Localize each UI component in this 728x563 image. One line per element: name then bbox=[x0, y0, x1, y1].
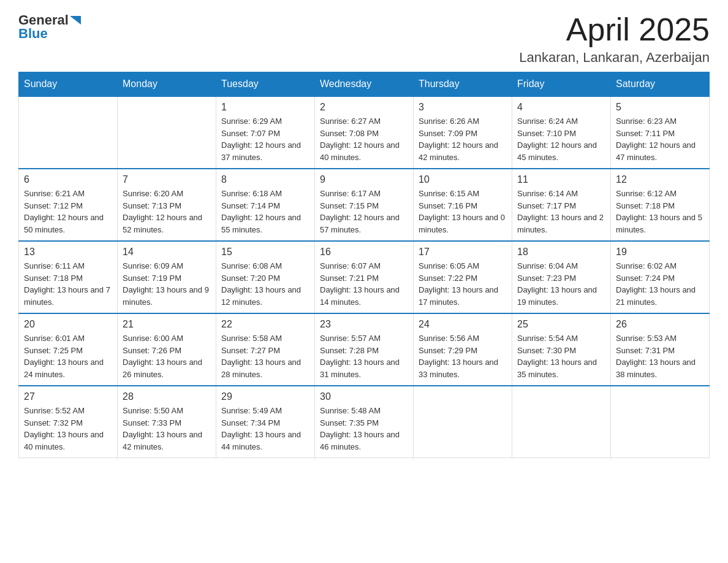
calendar-cell: 9Sunrise: 6:17 AMSunset: 7:15 PMDaylight… bbox=[315, 169, 414, 241]
day-number: 8 bbox=[221, 174, 309, 185]
weekday-header-saturday: Saturday bbox=[611, 72, 710, 97]
day-number: 6 bbox=[24, 174, 112, 185]
day-number: 7 bbox=[123, 174, 211, 185]
calendar-cell: 19Sunrise: 6:02 AMSunset: 7:24 PMDayligh… bbox=[611, 241, 710, 313]
calendar-cell: 14Sunrise: 6:09 AMSunset: 7:19 PMDayligh… bbox=[118, 241, 216, 313]
calendar-cell bbox=[512, 386, 611, 458]
calendar-cell bbox=[19, 96, 118, 169]
day-number: 28 bbox=[123, 391, 211, 402]
day-number: 13 bbox=[24, 247, 112, 258]
day-number: 9 bbox=[320, 174, 408, 185]
calendar-week-row: 27Sunrise: 5:52 AMSunset: 7:32 PMDayligh… bbox=[19, 386, 710, 458]
day-info: Sunrise: 6:11 AMSunset: 7:18 PMDaylight:… bbox=[24, 260, 112, 308]
weekday-header-sunday: Sunday bbox=[19, 72, 118, 97]
calendar-cell: 6Sunrise: 6:21 AMSunset: 7:12 PMDaylight… bbox=[19, 169, 118, 241]
calendar-cell: 26Sunrise: 5:53 AMSunset: 7:31 PMDayligh… bbox=[611, 313, 710, 386]
day-number: 15 bbox=[221, 247, 309, 258]
calendar-cell: 13Sunrise: 6:11 AMSunset: 7:18 PMDayligh… bbox=[19, 241, 118, 313]
calendar-cell: 7Sunrise: 6:20 AMSunset: 7:13 PMDaylight… bbox=[118, 169, 216, 241]
day-number: 25 bbox=[517, 319, 605, 330]
weekday-header-monday: Monday bbox=[118, 72, 216, 97]
day-number: 2 bbox=[320, 102, 408, 113]
calendar-cell: 27Sunrise: 5:52 AMSunset: 7:32 PMDayligh… bbox=[19, 386, 118, 458]
calendar-cell: 16Sunrise: 6:07 AMSunset: 7:21 PMDayligh… bbox=[315, 241, 414, 313]
day-number: 24 bbox=[419, 319, 507, 330]
calendar-cell: 4Sunrise: 6:24 AMSunset: 7:10 PMDaylight… bbox=[512, 96, 611, 169]
day-number: 14 bbox=[123, 247, 211, 258]
day-number: 21 bbox=[123, 319, 211, 330]
day-info: Sunrise: 6:27 AMSunset: 7:08 PMDaylight:… bbox=[320, 115, 408, 163]
day-number: 5 bbox=[616, 102, 704, 113]
day-info: Sunrise: 6:23 AMSunset: 7:11 PMDaylight:… bbox=[616, 115, 704, 163]
calendar-cell: 2Sunrise: 6:27 AMSunset: 7:08 PMDaylight… bbox=[315, 96, 414, 169]
calendar-table: SundayMondayTuesdayWednesdayThursdayFrid… bbox=[18, 72, 710, 458]
day-number: 26 bbox=[616, 319, 704, 330]
calendar-header-row: SundayMondayTuesdayWednesdayThursdayFrid… bbox=[19, 72, 710, 97]
calendar-cell: 30Sunrise: 5:48 AMSunset: 7:35 PMDayligh… bbox=[315, 386, 414, 458]
day-info: Sunrise: 5:52 AMSunset: 7:32 PMDaylight:… bbox=[24, 405, 112, 453]
day-info: Sunrise: 6:12 AMSunset: 7:18 PMDaylight:… bbox=[616, 188, 704, 236]
day-number: 19 bbox=[616, 247, 704, 258]
day-info: Sunrise: 5:58 AMSunset: 7:27 PMDaylight:… bbox=[221, 332, 309, 380]
calendar-cell: 17Sunrise: 6:05 AMSunset: 7:22 PMDayligh… bbox=[414, 241, 512, 313]
calendar-cell: 11Sunrise: 6:14 AMSunset: 7:17 PMDayligh… bbox=[512, 169, 611, 241]
calendar-cell: 20Sunrise: 6:01 AMSunset: 7:25 PMDayligh… bbox=[19, 313, 118, 386]
day-info: Sunrise: 6:20 AMSunset: 7:13 PMDaylight:… bbox=[123, 188, 211, 236]
day-info: Sunrise: 6:00 AMSunset: 7:26 PMDaylight:… bbox=[123, 332, 211, 380]
day-info: Sunrise: 6:17 AMSunset: 7:15 PMDaylight:… bbox=[320, 188, 408, 236]
weekday-header-wednesday: Wednesday bbox=[315, 72, 414, 97]
calendar-cell: 25Sunrise: 5:54 AMSunset: 7:30 PMDayligh… bbox=[512, 313, 611, 386]
day-info: Sunrise: 5:53 AMSunset: 7:31 PMDaylight:… bbox=[616, 332, 704, 380]
day-info: Sunrise: 5:56 AMSunset: 7:29 PMDaylight:… bbox=[419, 332, 507, 380]
day-number: 4 bbox=[517, 102, 605, 113]
weekday-header-thursday: Thursday bbox=[414, 72, 512, 97]
day-info: Sunrise: 6:05 AMSunset: 7:22 PMDaylight:… bbox=[419, 260, 507, 308]
day-number: 12 bbox=[616, 174, 704, 185]
calendar-week-row: 20Sunrise: 6:01 AMSunset: 7:25 PMDayligh… bbox=[19, 313, 710, 386]
day-info: Sunrise: 6:08 AMSunset: 7:20 PMDaylight:… bbox=[221, 260, 309, 308]
day-number: 23 bbox=[320, 319, 408, 330]
calendar-cell: 22Sunrise: 5:58 AMSunset: 7:27 PMDayligh… bbox=[216, 313, 315, 386]
day-info: Sunrise: 5:48 AMSunset: 7:35 PMDaylight:… bbox=[320, 405, 408, 453]
day-info: Sunrise: 6:14 AMSunset: 7:17 PMDaylight:… bbox=[517, 188, 605, 236]
title-section: April 2025 Lankaran, Lankaran, Azerbaija… bbox=[519, 12, 710, 66]
day-info: Sunrise: 6:24 AMSunset: 7:10 PMDaylight:… bbox=[517, 115, 605, 163]
calendar-week-row: 13Sunrise: 6:11 AMSunset: 7:18 PMDayligh… bbox=[19, 241, 710, 313]
location-subtitle: Lankaran, Lankaran, Azerbaijan bbox=[519, 50, 710, 66]
calendar-cell: 1Sunrise: 6:29 AMSunset: 7:07 PMDaylight… bbox=[216, 96, 315, 169]
day-info: Sunrise: 5:57 AMSunset: 7:28 PMDaylight:… bbox=[320, 332, 408, 380]
calendar-cell: 15Sunrise: 6:08 AMSunset: 7:20 PMDayligh… bbox=[216, 241, 315, 313]
calendar-cell: 18Sunrise: 6:04 AMSunset: 7:23 PMDayligh… bbox=[512, 241, 611, 313]
calendar-cell: 23Sunrise: 5:57 AMSunset: 7:28 PMDayligh… bbox=[315, 313, 414, 386]
day-info: Sunrise: 6:26 AMSunset: 7:09 PMDaylight:… bbox=[419, 115, 507, 163]
day-info: Sunrise: 6:07 AMSunset: 7:21 PMDaylight:… bbox=[320, 260, 408, 308]
day-number: 29 bbox=[221, 391, 309, 402]
calendar-cell: 12Sunrise: 6:12 AMSunset: 7:18 PMDayligh… bbox=[611, 169, 710, 241]
day-info: Sunrise: 5:54 AMSunset: 7:30 PMDaylight:… bbox=[517, 332, 605, 380]
day-info: Sunrise: 5:49 AMSunset: 7:34 PMDaylight:… bbox=[221, 405, 309, 453]
page-header: General Blue April 2025 Lankaran, Lankar… bbox=[18, 12, 710, 66]
calendar-cell: 29Sunrise: 5:49 AMSunset: 7:34 PMDayligh… bbox=[216, 386, 315, 458]
day-info: Sunrise: 6:15 AMSunset: 7:16 PMDaylight:… bbox=[419, 188, 507, 236]
day-number: 11 bbox=[517, 174, 605, 185]
day-number: 20 bbox=[24, 319, 112, 330]
day-info: Sunrise: 6:18 AMSunset: 7:14 PMDaylight:… bbox=[221, 188, 309, 236]
svg-marker-0 bbox=[70, 16, 81, 25]
calendar-week-row: 1Sunrise: 6:29 AMSunset: 7:07 PMDaylight… bbox=[19, 96, 710, 169]
day-info: Sunrise: 5:50 AMSunset: 7:33 PMDaylight:… bbox=[123, 405, 211, 453]
day-number: 30 bbox=[320, 391, 408, 402]
logo-blue-text: Blue bbox=[18, 26, 48, 42]
day-info: Sunrise: 6:09 AMSunset: 7:19 PMDaylight:… bbox=[123, 260, 211, 308]
calendar-cell: 10Sunrise: 6:15 AMSunset: 7:16 PMDayligh… bbox=[414, 169, 512, 241]
calendar-cell: 24Sunrise: 5:56 AMSunset: 7:29 PMDayligh… bbox=[414, 313, 512, 386]
calendar-cell: 5Sunrise: 6:23 AMSunset: 7:11 PMDaylight… bbox=[611, 96, 710, 169]
calendar-week-row: 6Sunrise: 6:21 AMSunset: 7:12 PMDaylight… bbox=[19, 169, 710, 241]
day-info: Sunrise: 6:21 AMSunset: 7:12 PMDaylight:… bbox=[24, 188, 112, 236]
day-number: 18 bbox=[517, 247, 605, 258]
calendar-cell bbox=[118, 96, 216, 169]
calendar-cell: 21Sunrise: 6:00 AMSunset: 7:26 PMDayligh… bbox=[118, 313, 216, 386]
calendar-cell: 8Sunrise: 6:18 AMSunset: 7:14 PMDaylight… bbox=[216, 169, 315, 241]
month-year-title: April 2025 bbox=[519, 12, 710, 47]
calendar-cell bbox=[414, 386, 512, 458]
calendar-cell: 28Sunrise: 5:50 AMSunset: 7:33 PMDayligh… bbox=[118, 386, 216, 458]
